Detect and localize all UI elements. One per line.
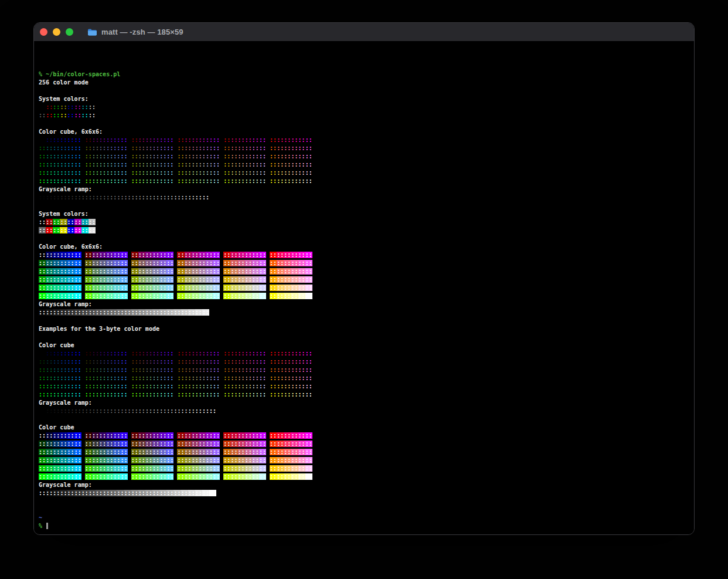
- cube-row: :::::::::::: :::::::::::: :::::::::::: :…: [39, 144, 689, 153]
- color-cell: ::: [39, 391, 46, 398]
- color-cell: ::: [202, 490, 209, 496]
- color-cell: ::: [284, 268, 291, 275]
- color-cell: ::: [192, 153, 199, 160]
- color-cell: ::: [152, 285, 159, 291]
- cube-block-gap: [128, 260, 131, 266]
- section-label: Grayscale ramp:: [39, 399, 92, 406]
- color-cell: ::: [298, 276, 305, 283]
- color-cell: ::: [192, 137, 199, 143]
- color-cell: ::: [159, 161, 166, 168]
- color-cell: ::: [39, 457, 46, 463]
- color-cell: ::: [120, 449, 127, 455]
- zoom-button[interactable]: [66, 28, 73, 36]
- color-cell: ::: [252, 293, 259, 299]
- prompt-symbol: %: [39, 523, 46, 529]
- color-cell: ::: [192, 383, 199, 390]
- color-cell: ::: [185, 161, 192, 168]
- color-cell: ::: [113, 391, 120, 398]
- color-cell: ::: [245, 449, 252, 455]
- color-cell: ::: [39, 161, 46, 168]
- color-cell: ::: [124, 194, 131, 201]
- title-bar[interactable]: matt — -zsh — 185×59: [34, 23, 694, 42]
- color-cell: ::: [238, 285, 245, 291]
- color-cell: ::: [152, 490, 159, 496]
- color-cell: ::: [99, 391, 106, 398]
- color-cell: ::: [60, 153, 67, 160]
- color-cell: ::: [74, 161, 81, 168]
- color-cell: ::: [131, 465, 138, 472]
- color-cell: ::: [223, 161, 230, 168]
- color-cell: ::: [230, 375, 237, 381]
- color-cell: ::: [99, 432, 106, 439]
- color-cell: ::: [106, 465, 113, 472]
- cube-row: :::::::::::: :::::::::::: :::::::::::: :…: [39, 161, 689, 169]
- color-cell: ::: [46, 227, 53, 233]
- color-cell: ::: [230, 137, 237, 143]
- color-cell: ::: [74, 383, 81, 390]
- color-cell: ::: [113, 153, 120, 160]
- color-cell: ::: [74, 112, 81, 118]
- folder-icon[interactable]: [87, 28, 97, 36]
- color-cell: ::: [60, 137, 67, 143]
- color-cell: ::: [252, 260, 259, 266]
- color-cell: ::: [85, 252, 92, 258]
- prompt-line: %: [39, 522, 689, 530]
- color-cell: ::: [39, 350, 46, 357]
- close-button[interactable]: [40, 28, 47, 36]
- color-cell: ::: [259, 367, 266, 373]
- color-cell: ::: [305, 293, 312, 299]
- color-cell: ::: [298, 465, 305, 472]
- color-cell: ::: [188, 309, 195, 316]
- color-cell: ::: [223, 170, 230, 176]
- color-cell: ::: [284, 153, 291, 160]
- color-cell: ::: [284, 145, 291, 151]
- color-cell: ::: [277, 276, 284, 283]
- color-cell: ::: [152, 309, 159, 316]
- color-cell: ::: [199, 178, 206, 184]
- color-cell: ::: [188, 490, 195, 496]
- color-cell: ::: [81, 490, 89, 496]
- color-cell: ::: [206, 170, 213, 176]
- color-cell: ::: [46, 441, 53, 447]
- color-cell: ::: [252, 391, 259, 398]
- color-cell: ::: [145, 285, 152, 291]
- color-cell: ::: [85, 285, 92, 291]
- color-cell: ::: [53, 145, 60, 151]
- color-cell: ::: [270, 161, 277, 168]
- color-cell: ::: [74, 432, 81, 439]
- color-cell: ::: [99, 350, 106, 357]
- terminal-content[interactable]: % ~/bin/color-spaces.pl256 color mode Sy…: [34, 42, 694, 534]
- color-cell: ::: [166, 309, 174, 316]
- color-cell: ::: [60, 285, 67, 291]
- color-cell: ::: [252, 170, 259, 176]
- color-cell: ::: [252, 367, 259, 373]
- color-cell: ::: [181, 408, 188, 414]
- color-cell: ::: [46, 285, 53, 291]
- minimize-button[interactable]: [53, 28, 60, 36]
- color-cell: ::: [284, 432, 291, 439]
- color-cell: ::: [99, 449, 106, 455]
- color-cell: ::: [223, 350, 230, 357]
- section-label: Color cube, 6x6x6:: [39, 243, 103, 250]
- color-cell: ::: [106, 358, 113, 365]
- color-cell: ::: [206, 153, 213, 160]
- cube-block-gap: [128, 432, 131, 439]
- color-cell: ::: [223, 153, 230, 160]
- color-cell: ::: [185, 276, 192, 283]
- color-cell: ::: [213, 252, 220, 258]
- color-cell: ::: [113, 383, 120, 390]
- color-cell: ::: [213, 293, 220, 299]
- color-cell: ::: [291, 367, 298, 373]
- color-cell: ::: [284, 276, 291, 283]
- color-cell: ::: [223, 293, 230, 299]
- color-cell: ::: [177, 358, 184, 365]
- color-cell: ::: [152, 194, 159, 201]
- color-cell: ::: [39, 194, 46, 201]
- color-cell: ::: [223, 145, 230, 151]
- color-cell: ::: [177, 367, 184, 373]
- color-cell: ::: [131, 457, 138, 463]
- color-cell: ::: [117, 408, 124, 414]
- color-cell: ::: [277, 383, 284, 390]
- color-cell: ::: [185, 285, 192, 291]
- color-cell: ::: [166, 268, 174, 275]
